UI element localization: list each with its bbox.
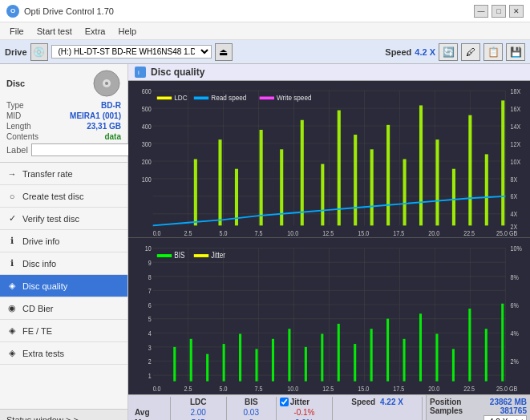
mid-label: MID — [6, 111, 21, 120]
menu-file[interactable]: File — [3, 25, 30, 38]
svg-rect-144 — [194, 254, 208, 257]
svg-rect-122 — [370, 329, 373, 381]
cd-bier-label: CD Bier — [22, 304, 54, 313]
sidebar-item-create-test-disc[interactable]: ○ Create test disc — [0, 185, 127, 208]
svg-rect-47 — [354, 135, 357, 225]
samples-label: Samples — [430, 406, 463, 415]
titlebar: O Opti Drive Control 1.70 — □ ✕ — [0, 0, 530, 22]
svg-rect-126 — [435, 334, 438, 382]
verify-test-disc-label: Verify test disc — [22, 214, 79, 224]
speed-value: 4.2 X — [415, 47, 435, 57]
svg-rect-123 — [386, 319, 389, 382]
drive-selector[interactable]: (H:) HL-DT-ST BD-RE WH16NS48 1.D3 — [51, 45, 212, 59]
svg-rect-42 — [260, 130, 263, 225]
sidebar-item-transfer-rate[interactable]: → Transfer rate — [0, 163, 127, 185]
svg-text:0.0: 0.0 — [153, 229, 162, 237]
avg-bis: 0.03 — [226, 407, 276, 418]
create-test-disc-label: Create test disc — [22, 192, 83, 201]
save-button[interactable]: 💾 — [506, 43, 525, 61]
length-label: Length — [6, 122, 31, 131]
disc-quality-label: Disc quality — [22, 281, 67, 291]
svg-rect-54 — [468, 115, 471, 226]
menu-start-test[interactable]: Start test — [30, 25, 79, 38]
sidebar-item-drive-info[interactable]: ℹ Drive info — [0, 230, 127, 252]
svg-rect-119 — [321, 334, 323, 382]
sidebar-item-verify-test-disc[interactable]: ✓ Verify test disc — [0, 208, 127, 230]
status-window-button[interactable]: Status window > > — [0, 409, 127, 420]
svg-point-2 — [105, 82, 108, 85]
disc-length-row: Length 23,31 GB — [6, 122, 121, 131]
svg-text:Read speed: Read speed — [211, 94, 246, 103]
svg-rect-70 — [194, 97, 208, 100]
label-label: Label — [6, 145, 28, 155]
contents-label: Contents — [6, 132, 38, 141]
svg-rect-50 — [403, 160, 407, 226]
avg-jitter: -0.1% — [276, 407, 332, 418]
content-area: i Disc quality — [128, 64, 530, 420]
type-value: BD-R — [101, 101, 121, 110]
sidebar-item-extra-tests[interactable]: ◈ Extra tests — [0, 342, 127, 365]
svg-text:BIS: BIS — [174, 251, 184, 260]
status-window-label: Status window > > — [6, 415, 79, 421]
close-button[interactable]: ✕ — [509, 5, 524, 18]
settings-button[interactable]: 🖊 — [461, 43, 480, 61]
menu-help[interactable]: Help — [111, 25, 143, 38]
disc-type-row: Type BD-R — [6, 101, 121, 110]
menubar: File Start test Extra Help — [0, 22, 530, 40]
svg-rect-52 — [435, 139, 439, 225]
svg-text:200: 200 — [142, 158, 152, 166]
extra-tests-label: Extra tests — [22, 349, 64, 358]
svg-rect-128 — [468, 309, 471, 382]
maximize-button[interactable]: □ — [492, 5, 506, 18]
svg-text:16X: 16X — [510, 105, 520, 113]
svg-rect-53 — [452, 169, 455, 226]
svg-text:4%: 4% — [510, 329, 518, 337]
svg-rect-56 — [501, 100, 504, 225]
svg-text:17.5: 17.5 — [393, 229, 404, 237]
quality-icon: i — [135, 67, 146, 78]
fe-te-icon: ◈ — [6, 325, 18, 337]
svg-text:25.0 GB: 25.0 GB — [496, 386, 517, 394]
svg-rect-55 — [485, 154, 488, 225]
minimize-button[interactable]: — — [474, 5, 488, 18]
svg-text:18X: 18X — [510, 87, 520, 95]
position-label: Position — [430, 398, 461, 406]
jitter-checkbox[interactable] — [280, 398, 289, 406]
svg-rect-124 — [403, 339, 406, 382]
label-input[interactable] — [31, 143, 138, 156]
app-logo: O — [6, 5, 19, 18]
disc-header: Disc — [6, 69, 121, 98]
sidebar-item-disc-info[interactable]: ℹ Disc info — [0, 252, 127, 275]
disc-mid-row: MID MEIRA1 (001) — [6, 111, 121, 120]
svg-text:5: 5 — [148, 316, 152, 324]
window-controls: — □ ✕ — [474, 5, 524, 18]
svg-text:300: 300 — [142, 140, 152, 148]
info-button[interactable]: 📋 — [483, 43, 503, 61]
disc-quality-icon: ◈ — [6, 281, 18, 292]
stats-row-avg: Avg 2.00 0.03 -0.1% — [131, 407, 423, 418]
col-header-speed: Speed 4.22 X — [333, 397, 423, 407]
svg-rect-113 — [223, 344, 225, 382]
eject-button[interactable]: ⏏ — [215, 43, 233, 61]
drive-info-icon: ℹ — [6, 236, 18, 247]
svg-text:2.5: 2.5 — [184, 386, 192, 394]
drive-label: Drive — [5, 47, 27, 57]
svg-text:20.0: 20.0 — [428, 229, 439, 237]
speed-dropdown[interactable]: 4.2 X — [483, 415, 527, 420]
svg-rect-114 — [239, 334, 241, 382]
svg-rect-121 — [354, 344, 356, 382]
menu-extra[interactable]: Extra — [79, 25, 112, 38]
jitter-checkbox-label[interactable]: Jitter — [280, 398, 329, 406]
svg-text:8: 8 — [148, 273, 152, 281]
svg-text:15.0: 15.0 — [358, 386, 369, 394]
sidebar-item-fe-te[interactable]: ◈ FE / TE — [0, 320, 127, 342]
svg-text:i: i — [138, 69, 140, 76]
svg-text:6: 6 — [148, 301, 152, 309]
svg-text:9: 9 — [148, 259, 152, 267]
sidebar-item-disc-quality[interactable]: ◈ Disc quality — [0, 275, 127, 297]
sidebar-item-cd-bier[interactable]: ◉ CD Bier — [0, 297, 127, 320]
position-row: Position 23862 MB — [430, 398, 527, 406]
col-header-empty — [131, 397, 170, 407]
svg-rect-45 — [321, 164, 324, 226]
refresh-button[interactable]: 🔄 — [439, 43, 458, 61]
